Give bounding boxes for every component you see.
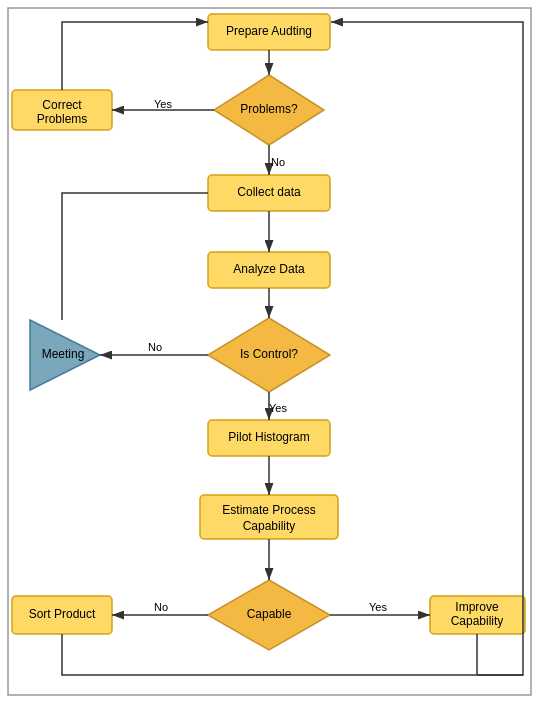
label-yes-1: Yes [154,98,172,110]
prepare-auditing-label: Prepare Audting [226,24,312,38]
flowchart-svg: Prepare Audting Problems? Correct Proble… [0,0,539,703]
meeting-label: Meeting [42,347,85,361]
improve-capability-label2: Capability [451,614,504,628]
arrow-correct-to-prepare [62,22,208,90]
correct-problems-label1: Correct [42,98,82,112]
is-control-label: Is Control? [240,347,298,361]
improve-capability-label1: Improve [455,600,499,614]
diagram-container: Prepare Audting Problems? Correct Proble… [0,0,539,703]
estimate-capability-label2: Capability [243,519,296,533]
label-no-2: No [148,341,162,353]
label-no-3: No [154,601,168,613]
correct-problems-label2: Problems [37,112,88,126]
sort-product-label: Sort Product [29,607,96,621]
problems-label: Problems? [240,102,298,116]
capable-label: Capable [247,607,292,621]
arrow-meeting-to-collect [62,193,208,320]
label-yes-2: Yes [269,402,287,414]
collect-data-label: Collect data [237,185,301,199]
pilot-histogram-label: Pilot Histogram [228,430,309,444]
label-no-1: No [271,156,285,168]
label-yes-3: Yes [369,601,387,613]
analyze-data-label: Analyze Data [233,262,305,276]
estimate-capability-label1: Estimate Process [222,503,315,517]
